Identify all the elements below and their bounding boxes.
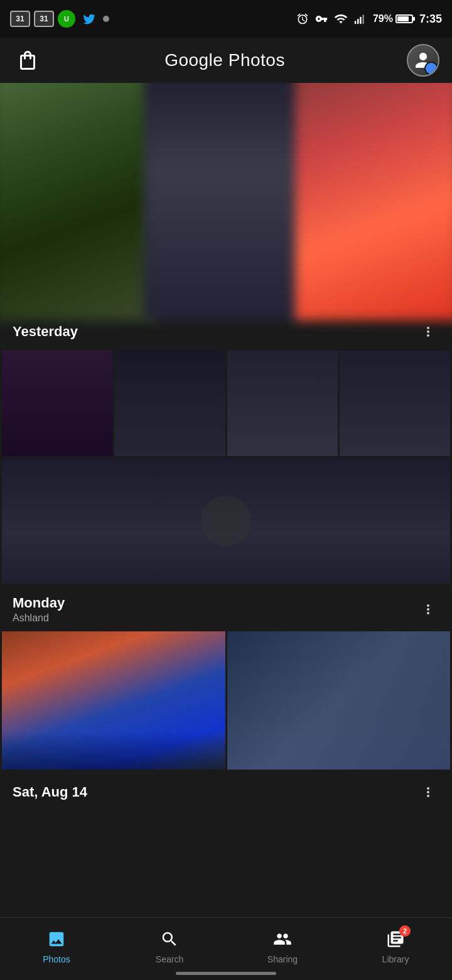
photo-item[interactable] bbox=[144, 83, 308, 320]
nav-item-library[interactable]: 2 Library bbox=[352, 928, 439, 964]
nav-item-sharing[interactable]: Sharing bbox=[239, 928, 326, 964]
monday-title: Monday bbox=[13, 595, 65, 611]
yesterday-extra-photo bbox=[0, 456, 452, 584]
svg-rect-0 bbox=[355, 21, 357, 24]
monday-photos-container bbox=[0, 631, 452, 770]
app-title: Google Photos bbox=[164, 50, 285, 70]
calendar-icon-1: 31 bbox=[10, 11, 30, 27]
home-gesture-bar bbox=[176, 972, 276, 975]
monday-section-header: Monday Ashland bbox=[0, 584, 452, 631]
nav-item-photos[interactable]: Photos bbox=[13, 928, 100, 964]
shopping-bag-icon bbox=[16, 49, 39, 72]
title-photos: Photos bbox=[229, 50, 285, 70]
svg-rect-3 bbox=[362, 14, 364, 24]
library-nav-label: Library bbox=[382, 954, 409, 964]
search-nav-label: Search bbox=[156, 954, 183, 964]
shopping-bag-button[interactable] bbox=[13, 45, 43, 75]
monday-more-button[interactable] bbox=[417, 598, 439, 621]
photos-content: Yesterday Monday Ashland bbox=[0, 83, 452, 917]
photo-item[interactable] bbox=[340, 351, 450, 456]
time-display: 7:35 bbox=[419, 13, 442, 26]
library-nav-icon: 2 bbox=[384, 928, 407, 950]
yesterday-more-button[interactable] bbox=[417, 320, 439, 343]
photos-nav-label: Photos bbox=[43, 954, 70, 964]
sat-aug14-section-header: Sat, Aug 14 bbox=[0, 770, 452, 808]
nav-item-search[interactable]: Search bbox=[126, 928, 213, 964]
twitter-icon bbox=[79, 11, 99, 27]
photo-item[interactable] bbox=[0, 83, 157, 320]
status-bar: 31 31 U 79% 7:35 bbox=[0, 0, 452, 38]
app-bar: Google Photos bbox=[0, 38, 452, 83]
key-icon bbox=[315, 13, 328, 25]
battery-status: 79% bbox=[373, 13, 413, 24]
signal-icon bbox=[354, 13, 367, 25]
top-photos-grid bbox=[0, 83, 452, 309]
photo-item[interactable] bbox=[227, 631, 451, 770]
photo-item[interactable] bbox=[295, 83, 452, 320]
search-nav-icon bbox=[158, 928, 181, 950]
sharing-nav-label: Sharing bbox=[267, 954, 298, 964]
yesterday-photos-grid bbox=[0, 351, 452, 456]
photo-item[interactable] bbox=[2, 631, 225, 770]
dot-icon bbox=[103, 16, 109, 22]
bottom-navigation: Photos Search Sharing 2 Library bbox=[0, 917, 452, 980]
status-bar-right: 79% 7:35 bbox=[296, 12, 442, 26]
photo-item[interactable] bbox=[114, 351, 225, 456]
battery-percent: 79% bbox=[373, 13, 393, 24]
photo-item[interactable] bbox=[2, 351, 112, 456]
calendar-icon-2: 31 bbox=[34, 11, 54, 27]
svg-rect-1 bbox=[357, 19, 359, 24]
photo-item[interactable] bbox=[2, 458, 450, 584]
alarm-icon bbox=[296, 13, 309, 25]
monday-subtitle: Ashland bbox=[13, 612, 65, 624]
monday-title-block: Monday Ashland bbox=[13, 595, 65, 624]
yesterday-title: Yesterday bbox=[13, 324, 78, 340]
upwork-icon: U bbox=[58, 10, 75, 28]
title-google: Google bbox=[164, 50, 229, 70]
sharing-nav-icon bbox=[271, 928, 294, 950]
status-bar-left: 31 31 U bbox=[10, 10, 109, 28]
photo-item[interactable] bbox=[227, 351, 338, 456]
wifi-icon bbox=[334, 12, 348, 26]
sat-aug14-title: Sat, Aug 14 bbox=[13, 784, 87, 800]
svg-rect-2 bbox=[360, 17, 362, 24]
library-badge: 2 bbox=[399, 925, 411, 937]
photos-nav-icon bbox=[45, 928, 68, 950]
user-avatar[interactable] bbox=[407, 44, 439, 77]
sat-aug14-more-button[interactable] bbox=[417, 781, 439, 803]
